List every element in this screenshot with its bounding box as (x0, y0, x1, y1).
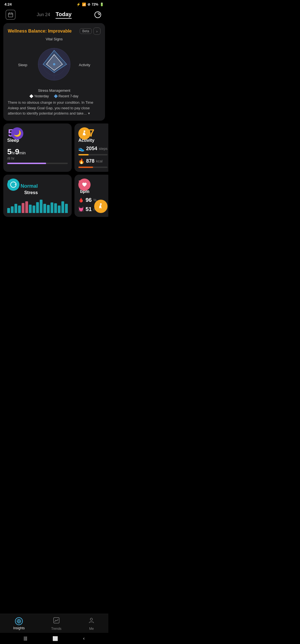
hrv-icon: 💓 (78, 207, 84, 212)
status-bar: 4:24 ⚡ 📶 ⊘ 72% 🔋 (0, 0, 108, 8)
stress-bar (29, 205, 32, 213)
current-date[interactable]: Today (56, 11, 71, 19)
bluetooth-icon: ⚡ (76, 3, 81, 6)
radar-label-sleep: Sleep (18, 63, 27, 67)
legend-recent: Recent 7-day (54, 94, 78, 98)
stress-bar (22, 203, 24, 213)
drop-icon: 🩸 (78, 197, 84, 203)
radar-label-vital: Vital Signs (46, 37, 62, 41)
steps-progress-track (78, 154, 108, 155)
steps-progress-fill (78, 154, 89, 155)
activity-card[interactable]: 37 Activity 👟 2054 steps 🔥 878 kcal (74, 123, 108, 172)
wellness-status: Improvable (48, 29, 72, 33)
stress-bar (7, 208, 10, 213)
stress-bar (51, 202, 53, 213)
kcal-progress-track (78, 167, 108, 168)
svg-rect-0 (8, 13, 13, 17)
stress-icon (7, 179, 19, 191)
stress-bar (32, 205, 35, 213)
main-content: Wellness Balance: Improvable Beta › Vita… (0, 23, 108, 247)
radar-chart: Vital Signs Sleep Activity Stress Manage… (8, 37, 101, 93)
steps-unit: steps (99, 147, 108, 151)
radar-labels: Vital Signs Sleep Activity Stress Manage… (18, 37, 90, 93)
legend-yesterday: Yesterday (30, 94, 49, 98)
activity-kcal-row: 🔥 878 kcal (78, 158, 108, 164)
stress-bar (61, 201, 64, 213)
stress-card[interactable]: 52 Normal Stress (3, 175, 72, 217)
wellness-chevron[interactable]: › (93, 28, 101, 35)
flame-icon: 🔥 (78, 158, 84, 164)
stress-icon-circle (7, 179, 19, 191)
kcal-progress-fill (78, 167, 93, 168)
status-icons: ⚡ 📶 ⊘ 72% 🔋 (76, 3, 104, 6)
wellness-card[interactable]: Wellness Balance: Improvable Beta › Vita… (3, 23, 105, 121)
stress-bar (18, 205, 21, 213)
battery-text: 72% (92, 3, 98, 6)
sleep-card[interactable]: 🌙 59 Sleep 5hr9min /8 hr (3, 123, 72, 172)
battery-icon: 🔋 (100, 3, 104, 6)
svg-point-13 (53, 63, 55, 65)
radar-label-activity: Activity (79, 63, 90, 67)
sleep-header: 🌙 59 Sleep (7, 127, 68, 143)
sleep-detail: 5hr9min (7, 149, 26, 156)
wellness-desc-more[interactable]: ▾ (88, 111, 90, 115)
dnd-icon: ⊘ (88, 3, 90, 6)
stress-normal-label: Normal (21, 183, 38, 189)
svg-point-16 (100, 203, 102, 205)
kcal-unit: kcal (96, 159, 102, 163)
heart-header: 72 bpm (78, 179, 108, 194)
wellness-header: Wellness Balance: Improvable Beta › (8, 28, 101, 35)
stress-bar (11, 206, 14, 213)
stress-bar (14, 204, 17, 213)
beta-badge: Beta (80, 28, 92, 34)
refresh-button[interactable] (93, 10, 103, 20)
stress-bar (43, 204, 46, 213)
wellness-badge-group: Beta › (80, 28, 101, 35)
sleep-time: 5hr9min (7, 147, 68, 156)
stress-label: Stress (24, 190, 38, 195)
activity-steps-row: 👟 2054 steps (78, 146, 108, 152)
sleep-icon-circle: 🌙 (11, 127, 23, 140)
stress-bar-chart (7, 199, 68, 213)
steps-value: 2054 (86, 146, 97, 152)
status-time: 4:24 (4, 2, 12, 6)
stress-bar (54, 203, 57, 213)
stress-bar (58, 205, 61, 213)
shoe-icon: 👟 (78, 146, 84, 152)
hrv-value: 51 (86, 206, 92, 212)
heart-icon (78, 179, 91, 191)
activity-header: 37 Activity (78, 127, 108, 143)
sleep-progress-track (7, 163, 68, 164)
run-badge[interactable] (94, 200, 108, 213)
sleep-moon-icon: 🌙 (14, 130, 21, 137)
stress-bar (25, 201, 28, 213)
radar-legend: Yesterday Recent 7-day (8, 94, 101, 98)
wellness-title: Wellness Balance: Improvable (8, 29, 72, 34)
activity-icon-circle (78, 127, 91, 140)
stats-grid: 🌙 59 Sleep 5hr9min /8 hr (3, 123, 105, 217)
radar-label-stress: Stress Management (38, 88, 70, 93)
prev-date[interactable]: Jun 24 (37, 12, 50, 17)
nav-bar: Jun 24 Today (0, 8, 108, 23)
calendar-icon[interactable] (6, 10, 16, 20)
stress-bar (36, 202, 39, 213)
stress-bar (40, 200, 42, 213)
svg-point-14 (84, 130, 85, 132)
kcal-value: 878 (86, 158, 94, 164)
sleep-progress-fill (7, 163, 46, 164)
stress-header: 52 Normal Stress (7, 179, 68, 195)
stress-bar (47, 205, 50, 213)
svg-point-4 (95, 12, 101, 18)
heart-card[interactable]: 72 bpm 🩸 96 % 💓 51 ms (74, 175, 108, 217)
stress-bar (65, 204, 68, 213)
wifi-icon: 📶 (82, 3, 86, 6)
spo2-value: 96 (86, 197, 92, 203)
heart-icon-circle (78, 179, 91, 191)
wellness-description: There is no obvious change in your condi… (8, 100, 101, 116)
radar-svg (36, 46, 72, 83)
legend-diamond-yesterday (29, 94, 33, 98)
legend-diamond-recent (54, 94, 58, 98)
sleep-goal: /8 hr (7, 156, 68, 160)
activity-icon (78, 127, 91, 140)
